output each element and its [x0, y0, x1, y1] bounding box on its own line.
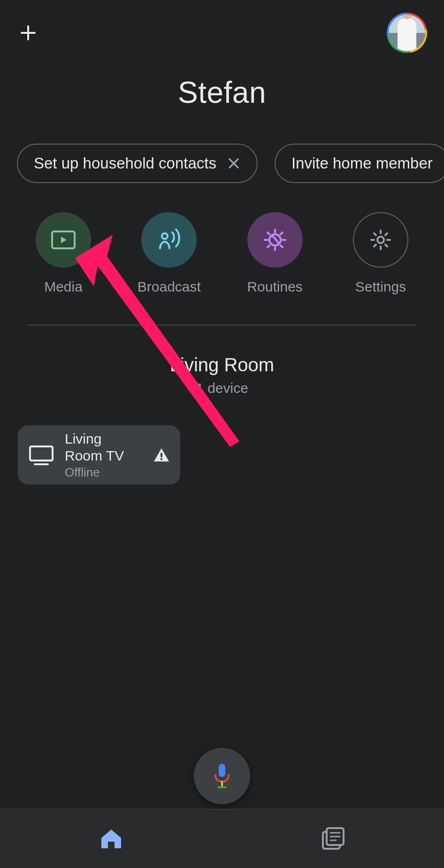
suggestion-pills: Set up household contacts Invite home me…	[0, 144, 444, 183]
svg-point-3	[377, 237, 384, 243]
page-title: Stefan	[0, 75, 444, 110]
header	[0, 0, 444, 52]
pill-label: Invite home member	[291, 154, 433, 172]
svg-point-1	[162, 233, 168, 239]
action-broadcast[interactable]: Broadcast	[134, 212, 204, 295]
bottom-nav	[0, 809, 444, 868]
settings-icon	[353, 212, 408, 268]
nav-feed[interactable]	[222, 809, 444, 868]
action-label: Broadcast	[138, 279, 201, 295]
home-icon	[100, 828, 123, 850]
feed-icon	[321, 827, 345, 851]
room-title: Living Room	[0, 354, 444, 376]
action-routines[interactable]: Routines	[240, 212, 310, 295]
action-label: Routines	[247, 279, 302, 295]
svg-rect-5	[161, 453, 162, 457]
warning-icon	[153, 447, 170, 462]
action-media[interactable]: Media	[28, 212, 99, 295]
pill-household-contacts[interactable]: Set up household contacts	[17, 144, 258, 183]
profile-avatar[interactable]	[387, 13, 427, 53]
tv-icon	[28, 445, 54, 465]
svg-rect-4	[30, 446, 53, 461]
divider	[27, 325, 417, 325]
mic-button[interactable]	[194, 748, 250, 804]
room-subtitle: 1 device	[0, 380, 444, 396]
action-settings[interactable]: Settings	[345, 212, 416, 295]
avatar-image	[389, 15, 425, 51]
plus-icon	[19, 23, 38, 42]
close-icon[interactable]	[227, 156, 241, 170]
svg-rect-8	[219, 764, 225, 777]
action-label: Settings	[355, 279, 406, 295]
device-text: Living Room TV Offline	[65, 430, 143, 480]
routines-icon	[247, 212, 303, 268]
svg-rect-6	[161, 458, 162, 460]
action-label: Media	[44, 279, 83, 295]
device-card-living-room-tv[interactable]: Living Room TV Offline	[18, 425, 180, 484]
device-name: Living Room TV	[65, 430, 143, 464]
pill-label: Set up household contacts	[34, 154, 216, 172]
media-icon	[36, 212, 91, 268]
nav-home[interactable]	[0, 809, 222, 868]
mic-button-wrap	[194, 748, 250, 804]
mic-icon	[213, 763, 231, 789]
add-button[interactable]	[17, 22, 39, 44]
pill-invite-member[interactable]: Invite home member	[275, 144, 444, 183]
device-status: Offline	[65, 465, 143, 480]
quick-actions: Media Broadcast Routines	[0, 212, 444, 295]
broadcast-icon	[141, 212, 197, 268]
